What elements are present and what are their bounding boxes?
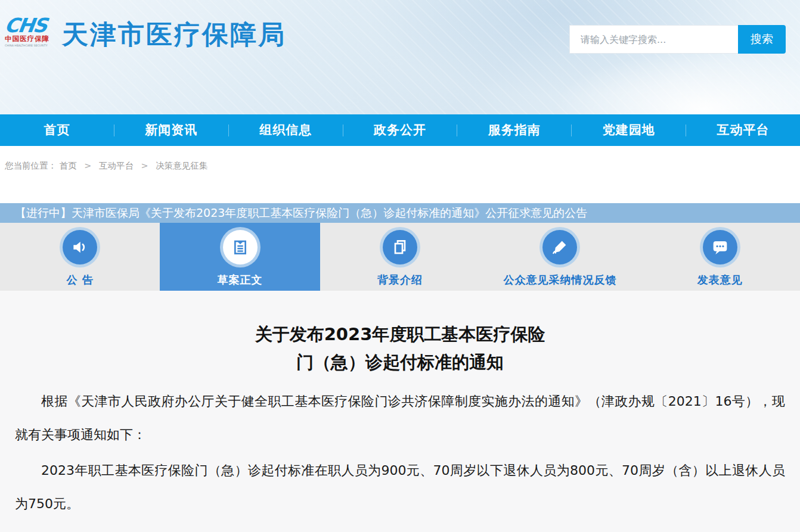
tab-feedback[interactable]: 公众意见采纳情况反馈 bbox=[480, 223, 640, 291]
tab-post-opinion[interactable]: 发表意见 bbox=[640, 223, 800, 291]
notice-banner: 【进行中】天津市医保局《关于发布2023年度职工基本医疗保险门（急）诊起付标准的… bbox=[0, 203, 800, 223]
article-title-line2: 门（急）诊起付标准的通知 bbox=[15, 349, 785, 377]
tab-label: 发表意见 bbox=[697, 273, 743, 287]
section-tabs: 公 告 草案正文 背景介绍 公众意见采纳情况反馈 bbox=[0, 223, 800, 291]
tab-label: 公众意见采纳情况反馈 bbox=[503, 273, 616, 287]
breadcrumb-separator: > bbox=[141, 161, 148, 170]
site-header: CHS 中国医疗保障 CHINA HEALTHCARE SECURITY 天津市… bbox=[0, 0, 800, 114]
breadcrumb-link-opinion-collection[interactable]: 决策意见征集 bbox=[156, 161, 207, 170]
article-paragraph: 2023年职工基本医疗保险门（急）诊起付标准在职人员为900元、70周岁以下退休… bbox=[15, 454, 785, 521]
search-input[interactable] bbox=[569, 25, 738, 54]
nav-item-home[interactable]: 首页 bbox=[0, 114, 114, 146]
comment-icon bbox=[703, 230, 737, 265]
pen-icon bbox=[542, 230, 577, 265]
breadcrumb-link-home[interactable]: 首页 bbox=[60, 161, 77, 170]
tab-label: 公 告 bbox=[67, 273, 94, 287]
site-title: 天津市医疗保障局 bbox=[62, 17, 286, 52]
tab-announcement[interactable]: 公 告 bbox=[0, 223, 160, 291]
breadcrumb-link-interaction[interactable]: 互动平台 bbox=[99, 161, 134, 170]
article-paragraph: 根据《天津市人民政府办公厅关于健全职工基本医疗保险门诊共济保障制度实施办法的通知… bbox=[15, 385, 785, 452]
speaker-icon bbox=[63, 230, 97, 265]
nav-item-interaction[interactable]: 互动平台 bbox=[686, 114, 800, 146]
nav-item-party-building[interactable]: 党建园地 bbox=[572, 114, 686, 146]
search-bar: 搜索 bbox=[569, 25, 786, 54]
nav-item-service-guide[interactable]: 服务指南 bbox=[457, 114, 571, 146]
search-button[interactable]: 搜索 bbox=[738, 25, 786, 54]
nav-item-gov-affairs[interactable]: 政务公开 bbox=[343, 114, 457, 146]
breadcrumb: 您当前位置： 首页 > 互动平台 > 决策意见征集 bbox=[0, 146, 800, 203]
tab-background[interactable]: 背景介绍 bbox=[320, 223, 480, 291]
breadcrumb-separator: > bbox=[84, 161, 91, 170]
tab-draft-text[interactable]: 草案正文 bbox=[160, 223, 320, 291]
copy-icon bbox=[383, 230, 417, 265]
breadcrumb-prefix: 您当前位置： bbox=[5, 161, 57, 170]
tab-label: 背景介绍 bbox=[377, 273, 423, 287]
chs-logo-icon: CHS 中国医疗保障 CHINA HEALTHCARE SECURITY bbox=[5, 17, 60, 48]
article-content: 关于发布2023年度职工基本医疗保险 门（急）诊起付标准的通知 根据《天津市人民… bbox=[0, 291, 800, 532]
site-logo[interactable]: CHS 中国医疗保障 CHINA HEALTHCARE SECURITY 天津市… bbox=[5, 17, 286, 52]
nav-item-news[interactable]: 新闻资讯 bbox=[114, 114, 228, 146]
main-nav: 首页 新闻资讯 组织信息 政务公开 服务指南 党建园地 互动平台 bbox=[0, 114, 800, 146]
nav-item-organization[interactable]: 组织信息 bbox=[229, 114, 343, 146]
tab-label: 草案正文 bbox=[218, 273, 263, 287]
article-title: 关于发布2023年度职工基本医疗保险 门（急）诊起付标准的通知 bbox=[15, 291, 785, 377]
document-icon bbox=[223, 230, 258, 265]
article-title-line1: 关于发布2023年度职工基本医疗保险 bbox=[15, 321, 785, 349]
